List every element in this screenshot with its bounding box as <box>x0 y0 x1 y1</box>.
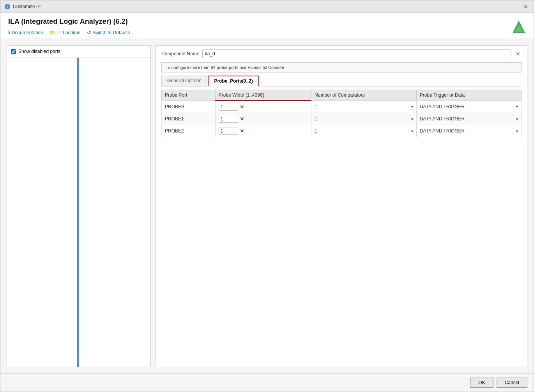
col-probe-port: Probe Port <box>162 90 216 101</box>
tab-general-options-label: General Options <box>167 78 201 83</box>
dropdown-arrow-0: ▾ <box>411 104 413 109</box>
num-comparators-dropdown-1[interactable]: 1 ▾ <box>315 116 413 122</box>
documentation-button[interactable]: ℹ Documentation <box>8 30 43 35</box>
probe-trigger-dropdown-2[interactable]: DATA AND TRIGGER ▾ <box>420 128 518 134</box>
main-content: Show disabled ports Component Name ✕ To … <box>0 39 534 373</box>
ip-location-label: IP Location <box>57 30 81 35</box>
ok-button[interactable]: OK <box>470 378 493 388</box>
left-panel-header: Show disabled ports <box>7 46 150 58</box>
switch-defaults-button[interactable]: ↺ Switch to Defaults <box>87 30 130 35</box>
app-header: ILA (Integrated Logic Analyzer) (6.2) ℹ … <box>0 13 534 39</box>
svg-text:i: i <box>7 5 8 9</box>
show-disabled-ports-label[interactable]: Show disabled ports <box>11 49 60 54</box>
tabs-area: General Options Probe_Ports(0..2) <box>156 76 527 87</box>
show-disabled-ports-text: Show disabled ports <box>18 49 60 54</box>
vertical-divider <box>77 58 79 367</box>
info-icon: ℹ <box>8 30 10 35</box>
main-window: i Customize IP ✕ ILA (Integrated Logic A… <box>0 0 534 392</box>
info-banner: To configure more than 64 probe ports us… <box>161 62 522 72</box>
col-probe-trigger: Probe Trigger or Data <box>416 90 521 101</box>
probe-trigger-arrow-1: ▾ <box>516 117 518 121</box>
tab-probe-ports[interactable]: Probe_Ports(0..2) <box>208 76 259 87</box>
probe-width-input-group-1: ✕ <box>219 115 308 123</box>
table-area: Probe Port Probe Width [1..4096] Number … <box>156 90 527 367</box>
probe-trigger-arrow-2: ▾ <box>516 129 518 133</box>
probe-width-cell-1: ✕ <box>215 113 311 125</box>
documentation-label: Documentation <box>12 30 43 35</box>
dropdown-arrow-2: ▾ <box>411 129 413 133</box>
show-disabled-ports-checkbox[interactable] <box>11 49 16 54</box>
probe-trigger-dropdown-0[interactable]: DATA AND TRIGGER ▾ <box>420 104 518 109</box>
switch-defaults-label: Switch to Defaults <box>93 30 130 35</box>
probe-trigger-cell-1: DATA AND TRIGGER ▾ <box>416 113 521 125</box>
refresh-icon: ↺ <box>87 30 91 35</box>
tab-probe-ports-label: Probe_Ports(0..2) <box>214 78 253 84</box>
dropdown-arrow-1: ▾ <box>411 117 413 121</box>
app-title: ILA (Integrated Logic Analyzer) (6.2) <box>8 18 526 26</box>
probe-port-cell-1: PROBE1 <box>162 113 216 125</box>
tab-general-options[interactable]: General Options <box>161 76 207 86</box>
probe-width-clear-2[interactable]: ✕ <box>240 128 244 134</box>
probe-width-input-0[interactable] <box>219 103 238 111</box>
probe-trigger-arrow-0: ▾ <box>516 104 518 109</box>
num-comparators-dropdown-2[interactable]: 1 ▾ <box>315 128 413 134</box>
close-button[interactable]: ✕ <box>522 3 530 11</box>
probe-width-cell-0: ✕ <box>215 101 311 113</box>
table-row: PROBE0 ✕ 1 ▾ <box>162 101 522 113</box>
probe-width-clear-0[interactable]: ✕ <box>240 104 244 109</box>
probe-trigger-cell-0: DATA AND TRIGGER ▾ <box>416 101 521 113</box>
component-name-label: Component Name <box>161 51 199 57</box>
tabs: General Options Probe_Ports(0..2) <box>161 76 522 87</box>
table-header-row: Probe Port Probe Width [1..4096] Number … <box>162 90 522 101</box>
cancel-button[interactable]: Cancel <box>497 378 527 388</box>
num-comparators-dropdown-0[interactable]: 1 ▾ <box>315 104 413 109</box>
num-comparators-cell-1: 1 ▾ <box>311 113 417 125</box>
title-bar: i Customize IP ✕ <box>0 0 534 13</box>
col-num-comparators: Number of Comparators <box>311 90 417 101</box>
footer: OK Cancel <box>0 373 534 392</box>
left-panel-body <box>7 58 150 367</box>
probe-trigger-cell-2: DATA AND TRIGGER ▾ <box>416 125 521 137</box>
component-name-row: Component Name ✕ <box>156 46 527 62</box>
component-name-clear-button[interactable]: ✕ <box>515 50 522 57</box>
title-bar-left: i Customize IP <box>4 4 41 10</box>
probe-width-input-1[interactable] <box>219 115 238 123</box>
probe-width-cell-2: ✕ <box>215 125 311 137</box>
probe-width-input-group-0: ✕ <box>219 103 308 111</box>
probe-port-cell-2: PROBE2 <box>162 125 216 137</box>
xilinx-logo-icon <box>512 20 526 34</box>
right-panel: Component Name ✕ To configure more than … <box>156 45 527 367</box>
num-comparators-cell-0: 1 ▾ <box>311 101 417 113</box>
probe-width-input-group-2: ✕ <box>219 127 308 135</box>
component-name-input[interactable] <box>202 49 511 58</box>
toolbar: ℹ Documentation 📁 IP Location ↺ Switch t… <box>8 30 526 35</box>
app-icon: i <box>4 4 11 10</box>
window-title: Customize IP <box>13 4 41 9</box>
probe-width-input-2[interactable] <box>219 127 238 135</box>
probe-table: Probe Port Probe Width [1..4096] Number … <box>161 90 522 137</box>
location-icon: 📁 <box>50 30 56 35</box>
ip-location-button[interactable]: 📁 IP Location <box>50 30 81 35</box>
table-row: PROBE2 ✕ 1 ▾ <box>162 125 522 137</box>
logo <box>512 20 526 35</box>
probe-port-cell-0: PROBE0 <box>162 101 216 113</box>
table-row: PROBE1 ✕ 1 ▾ <box>162 113 522 125</box>
probe-width-clear-1[interactable]: ✕ <box>240 116 244 122</box>
probe-trigger-dropdown-1[interactable]: DATA AND TRIGGER ▾ <box>420 116 518 122</box>
num-comparators-cell-2: 1 ▾ <box>311 125 417 137</box>
col-probe-width: Probe Width [1..4096] <box>215 90 311 101</box>
left-panel: Show disabled ports <box>7 45 151 367</box>
